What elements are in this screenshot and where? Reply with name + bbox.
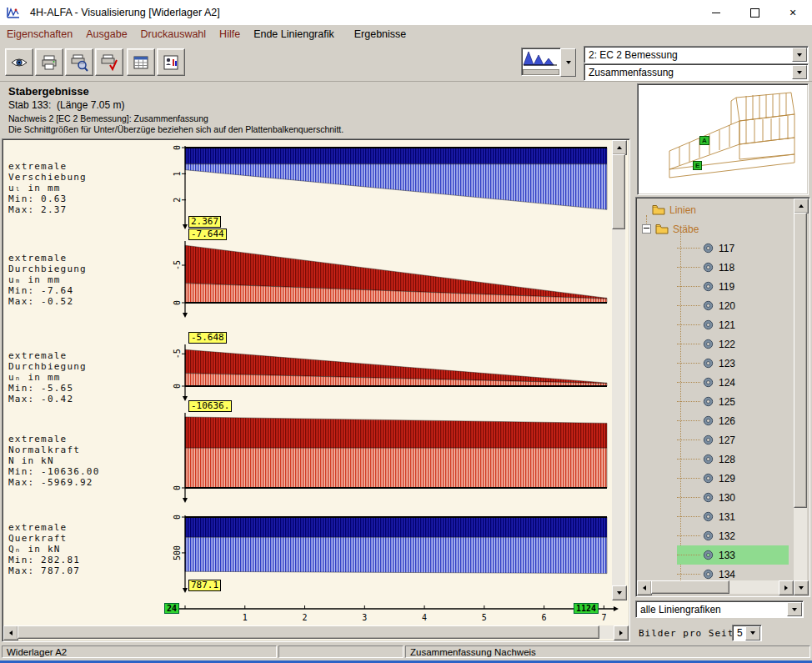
print-button[interactable] <box>35 48 63 76</box>
line-node-icon <box>703 339 714 349</box>
y-axis-arrow <box>183 396 188 401</box>
tree-item-124[interactable]: 124 <box>677 373 789 392</box>
scroll-up-button[interactable] <box>794 198 809 213</box>
tree-item-126[interactable]: 126 <box>677 411 789 430</box>
scroll-left-button[interactable] <box>3 625 18 640</box>
print-selection-button[interactable] <box>95 48 123 76</box>
tree-item-label: 129 <box>719 473 735 485</box>
tree-item-132[interactable]: 132 <box>677 526 789 545</box>
x-tick-label: 4 <box>422 613 427 622</box>
close-icon: × <box>789 7 796 18</box>
menu-hilfe[interactable]: Hilfe <box>213 27 247 42</box>
tree-horizontal-scrollbar[interactable] <box>637 580 792 594</box>
menu-druckauswahl[interactable]: Druckauswahl <box>134 27 213 42</box>
tree-item-label: 130 <box>719 492 735 504</box>
tree-item-label: 124 <box>719 377 735 389</box>
scroll-thumb[interactable] <box>612 154 625 229</box>
maximize-button[interactable] <box>735 0 774 25</box>
preview-mini-scrollbar[interactable] <box>523 69 559 75</box>
charts-canvas: 012-50-50005001234567 <box>170 142 625 642</box>
nachweis-combo[interactable]: 2: EC 2 Bemessung <box>584 46 809 63</box>
scroll-right-button[interactable] <box>779 580 794 595</box>
tree-item-130[interactable]: 130 <box>677 488 789 507</box>
tree-item-129[interactable]: 129 <box>677 469 789 488</box>
bilder-pro-seite-button[interactable] <box>745 626 760 640</box>
eye-icon <box>10 53 28 72</box>
menu-ende-liniengrafik[interactable]: Ende Liniengrafik <box>247 27 341 42</box>
line-node-icon <box>703 243 714 254</box>
bilder-pro-seite-combo[interactable]: 5 <box>732 625 762 641</box>
close-button[interactable]: × <box>774 0 812 25</box>
bilder-pro-seite-value: 5 <box>733 627 745 639</box>
y-axis-arrow <box>183 313 188 318</box>
scroll-thumb[interactable] <box>18 625 599 639</box>
x-axis-arrow <box>614 606 619 611</box>
scroll-up-button[interactable] <box>612 140 627 155</box>
charts-horizontal-scrollbar[interactable] <box>3 625 627 639</box>
darstellung-combo-button[interactable] <box>792 65 807 79</box>
scroll-thumb[interactable] <box>794 213 807 508</box>
tree-item-127[interactable]: 127 <box>677 430 789 450</box>
app-window: 4H-ALFA - Visualisierung [Widerlager A2]… <box>0 0 812 663</box>
tree-item-125[interactable]: 125 <box>677 392 789 411</box>
tree-vertical-scrollbar[interactable] <box>794 198 807 594</box>
result-block-verschiebung: extremale Verschiebung uₗ in mm Min: 0.6… <box>8 161 87 215</box>
tree-item-120[interactable]: 120 <box>677 296 789 315</box>
tree-branch-line <box>677 439 700 440</box>
minimize-button[interactable] <box>697 0 735 25</box>
tree-item-123[interactable]: 123 <box>677 354 789 373</box>
scroll-thumb[interactable] <box>651 580 729 594</box>
darstellung-combo[interactable]: Zusammenfassung <box>584 63 809 81</box>
diagram-style-dropdown-button[interactable] <box>560 48 576 77</box>
tree-item-121[interactable]: 121 <box>677 315 789 334</box>
tree-item-122[interactable]: 122 <box>677 334 789 354</box>
tree-group-staebe[interactable]: Stäbe <box>637 219 790 239</box>
chevron-down-icon <box>792 608 797 611</box>
structure-3d-view[interactable]: A E <box>637 83 809 195</box>
tree-item-128[interactable]: 128 <box>677 450 789 469</box>
menu-eigenschaften[interactable]: Eigenschaften <box>0 27 79 42</box>
arrow-left-icon <box>9 630 13 635</box>
tree-item-label: 131 <box>719 511 735 523</box>
chart-value-label: -10636. <box>188 400 232 412</box>
scroll-down-button[interactable] <box>794 580 809 595</box>
tree-root-linien[interactable]: Linien <box>637 200 790 219</box>
tree-root-label: Linien <box>669 204 696 216</box>
report-button[interactable] <box>157 48 185 76</box>
tree-item-131[interactable]: 131 <box>677 507 789 526</box>
table-button[interactable] <box>127 48 155 76</box>
tree-item-label: 122 <box>719 339 735 350</box>
menu-ausgabe[interactable]: Ausgabe <box>79 27 133 42</box>
liniengrafik-filter-combo[interactable]: alle Liniengrafiken <box>635 600 804 618</box>
nachweis-combo-button[interactable] <box>792 48 807 62</box>
scroll-left-button[interactable] <box>637 580 652 595</box>
tree-item-118[interactable]: 118 <box>677 258 789 277</box>
printer-magnifier-icon <box>70 53 88 72</box>
liniengrafik-filter-button[interactable] <box>787 602 802 616</box>
bilder-pro-seite-label: Bilder pro Seite <box>639 628 740 639</box>
page-title: Stabergebnisse <box>8 82 632 98</box>
chart-value-label: -5.648 <box>188 332 227 344</box>
person-chart-icon <box>162 53 180 72</box>
toolbar: 2: EC 2 Bemessung Zusammenfassung <box>0 43 812 82</box>
tree-branch-line <box>677 363 700 364</box>
tree-branch-line <box>677 401 700 402</box>
printer-icon <box>40 53 58 72</box>
view-button[interactable] <box>5 48 33 76</box>
scroll-right-button[interactable] <box>614 625 629 640</box>
charts-vertical-scrollbar[interactable] <box>612 140 625 599</box>
chevron-down-icon <box>797 71 802 74</box>
tree-item-133[interactable]: 133 <box>677 545 789 565</box>
tree-branch-line <box>677 516 700 517</box>
tree-item-117[interactable]: 117 <box>677 239 789 258</box>
tree-item-119[interactable]: 119 <box>677 277 789 296</box>
scroll-down-button[interactable] <box>612 585 627 600</box>
diagram-style-icon <box>522 48 559 68</box>
print-preview-button[interactable] <box>65 48 93 76</box>
menu-ergebnisse[interactable]: Ergebnisse <box>348 27 414 42</box>
x-tick-label: 6 <box>542 613 547 622</box>
y-tick-label: 500 <box>173 545 182 560</box>
tree-item-label: 126 <box>719 415 735 427</box>
collapse-icon[interactable] <box>642 224 651 234</box>
diagram-style-preview[interactable] <box>521 48 561 76</box>
